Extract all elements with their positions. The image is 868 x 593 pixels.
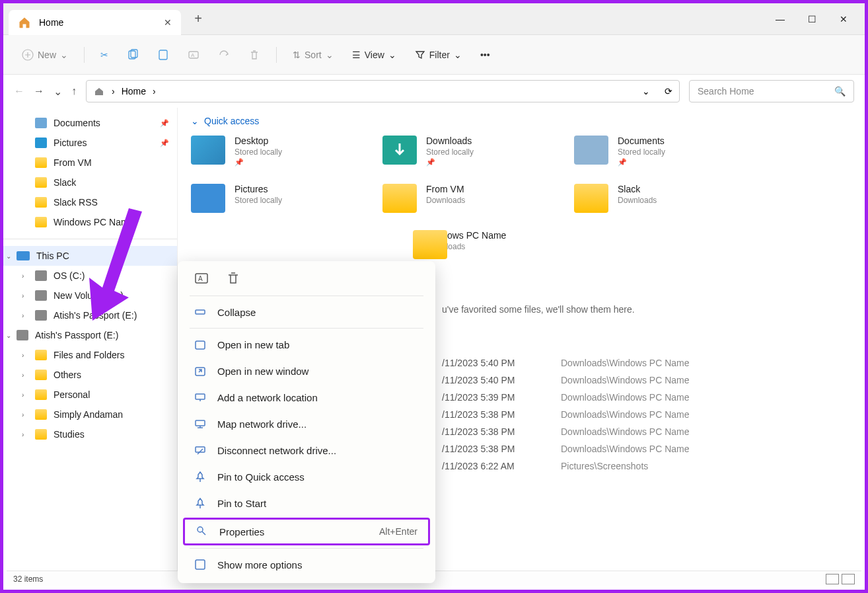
- sidebar-item-studies[interactable]: ›Studies: [3, 424, 177, 444]
- share-button[interactable]: [211, 45, 236, 65]
- back-button[interactable]: ←: [14, 85, 24, 97]
- sidebar-item-thispc[interactable]: ⌄This PC: [3, 246, 177, 266]
- svg-rect-3: [159, 50, 167, 59]
- chevron-right-icon[interactable]: ›: [22, 411, 24, 418]
- close-tab-icon[interactable]: ✕: [164, 17, 172, 28]
- sidebar-item-others[interactable]: ›Others: [3, 365, 177, 385]
- up-button[interactable]: ↑: [71, 85, 77, 97]
- svg-text:A: A: [191, 52, 195, 58]
- nav-row: ← → ⌄ ↑ › Home › ⌄ ⟳ Search Home 🔍: [3, 75, 865, 108]
- folder-icon: [413, 230, 447, 259]
- open-tab-icon: [194, 338, 207, 351]
- disconnect-icon: [194, 444, 207, 457]
- sidebar-item-documents[interactable]: Documents📌: [3, 113, 177, 133]
- sidebar-item-simplyandaman[interactable]: ›Simply Andaman: [3, 405, 177, 424]
- ctx-map-network[interactable]: Map network drive...: [180, 411, 433, 437]
- chevron-right-icon[interactable]: ›: [22, 272, 24, 280]
- ctx-show-more[interactable]: Show more options: [180, 551, 433, 578]
- refresh-button[interactable]: ⟳: [665, 86, 672, 97]
- recent-row[interactable]: /11/2023 5:38 PMDownloads\Windows PC Nam…: [442, 440, 851, 457]
- map-drive-icon: [194, 417, 207, 430]
- chevron-right-icon[interactable]: ›: [22, 292, 24, 299]
- trash-icon[interactable]: [225, 270, 241, 286]
- recent-row[interactable]: /11/2023 5:38 PMDownloads\Windows PC Nam…: [442, 423, 851, 440]
- copy-icon: [127, 49, 139, 61]
- qa-item-slack[interactable]: SlackDownloads: [574, 184, 739, 213]
- sidebar-item-atishpass2[interactable]: ⌄Atish's Passport (E:): [3, 325, 177, 345]
- search-input[interactable]: Search Home 🔍: [689, 80, 854, 102]
- chevron-down-icon[interactable]: ⌄: [6, 332, 11, 339]
- recent-row[interactable]: /11/2023 5:40 PMDownloads\Windows PC Nam…: [442, 354, 851, 372]
- chevron-right-icon[interactable]: ›: [22, 372, 24, 379]
- network-icon: [194, 391, 207, 404]
- recent-locations-button[interactable]: ⌄: [54, 85, 62, 98]
- svg-point-14: [198, 527, 203, 532]
- sort-button[interactable]: ⇅Sort⌄: [286, 46, 340, 64]
- address-dropdown-icon[interactable]: ⌄: [642, 86, 650, 97]
- chevron-down-icon: ⌄: [60, 50, 68, 60]
- maximize-button[interactable]: ☐: [804, 14, 820, 24]
- tab-home[interactable]: Home ✕: [9, 10, 181, 35]
- sidebar-item-filesfolders[interactable]: ›Files and Folders: [3, 345, 177, 365]
- ctx-pin-quickaccess[interactable]: Pin to Quick access: [180, 463, 433, 490]
- share-icon: [218, 49, 230, 61]
- qa-item-downloads[interactable]: DownloadsStored locally📌: [382, 136, 548, 167]
- ctx-disconnect-network[interactable]: Disconnect network drive...: [180, 437, 433, 463]
- minimize-button[interactable]: —: [772, 14, 788, 24]
- recent-row[interactable]: /11/2023 5:38 PMDownloads\Windows PC Nam…: [442, 406, 851, 423]
- svg-rect-11: [196, 394, 205, 399]
- pictures-folder-icon: [191, 184, 225, 213]
- sidebar-item-newvol[interactable]: ›New Volume (D:): [3, 286, 177, 305]
- chevron-down-icon: ⌄: [191, 116, 199, 126]
- qa-item-desktop[interactable]: DesktopStored locally📌: [191, 136, 356, 167]
- svg-text:A: A: [198, 275, 203, 282]
- recent-row[interactable]: /11/2023 5:39 PMDownloads\Windows PC Nam…: [442, 389, 851, 406]
- qa-item-documents[interactable]: DocumentsStored locally📌: [574, 136, 739, 167]
- forward-button[interactable]: →: [34, 85, 44, 97]
- recent-row[interactable]: /11/2023 5:40 PMDownloads\Windows PC Nam…: [442, 372, 851, 389]
- recent-row[interactable]: /11/2023 6:22 AMPictures\Screenshots: [442, 457, 851, 475]
- sidebar-item-personal[interactable]: ›Personal: [3, 385, 177, 405]
- rename-icon[interactable]: A: [194, 270, 209, 286]
- close-window-button[interactable]: ✕: [836, 14, 851, 24]
- ctx-add-network[interactable]: Add a network location: [180, 384, 433, 411]
- ctx-properties[interactable]: PropertiesAlt+Enter: [183, 518, 430, 545]
- rename-button[interactable]: A: [181, 45, 206, 65]
- qa-item-winpcname[interactable]: Windows PC NameDownloads: [382, 230, 548, 251]
- ctx-pin-start[interactable]: Pin to Start: [180, 490, 433, 516]
- view-details-button[interactable]: [826, 574, 839, 584]
- qa-item-pictures[interactable]: PicturesStored locally: [191, 184, 356, 213]
- new-tab-button[interactable]: +: [194, 11, 202, 26]
- copy-button[interactable]: [120, 45, 145, 65]
- sidebar-item-pictures[interactable]: Pictures📌: [3, 133, 177, 153]
- ctx-open-window[interactable]: Open in new window: [180, 358, 433, 384]
- sidebar-item-winpcname[interactable]: Windows PC Name: [3, 212, 177, 232]
- ctx-open-tab[interactable]: Open in new tab: [180, 331, 433, 358]
- view-large-button[interactable]: [842, 574, 855, 584]
- sidebar-item-fromvm[interactable]: From VM: [3, 153, 177, 173]
- sidebar-item-slack[interactable]: Slack: [3, 173, 177, 192]
- delete-button[interactable]: [242, 45, 267, 65]
- sidebar-item-atishpass1[interactable]: ›Atish's Passport (E:): [3, 305, 177, 325]
- ctx-collapse[interactable]: Collapse: [180, 299, 433, 325]
- filter-button[interactable]: Filter⌄: [408, 46, 468, 64]
- favorites-message: u've favorited some files, we'll show th…: [442, 304, 851, 315]
- pin-icon: 📌: [160, 119, 169, 128]
- view-button[interactable]: ☰View⌄: [345, 46, 403, 64]
- address-bar[interactable]: › Home › ⌄ ⟳: [86, 80, 680, 102]
- paste-button[interactable]: [151, 45, 176, 65]
- sidebar-item-osc[interactable]: ›OS (C:): [3, 266, 177, 286]
- qa-item-fromvm[interactable]: From VMDownloads: [382, 184, 548, 213]
- chevron-right-icon[interactable]: ›: [22, 352, 24, 359]
- sidebar-item-slackrss[interactable]: Slack RSS: [3, 192, 177, 212]
- chevron-right-icon[interactable]: ›: [22, 431, 24, 438]
- downloads-folder-icon: [382, 136, 417, 165]
- cut-button[interactable]: ✂: [94, 46, 115, 64]
- chevron-right-icon[interactable]: ›: [22, 312, 24, 319]
- new-button[interactable]: New ⌄: [15, 45, 75, 65]
- quickaccess-header[interactable]: ⌄Quick access: [191, 116, 851, 126]
- breadcrumb-home[interactable]: Home: [122, 86, 146, 97]
- chevron-right-icon[interactable]: ›: [22, 391, 24, 399]
- chevron-down-icon[interactable]: ⌄: [6, 253, 11, 260]
- more-button[interactable]: •••: [474, 46, 497, 64]
